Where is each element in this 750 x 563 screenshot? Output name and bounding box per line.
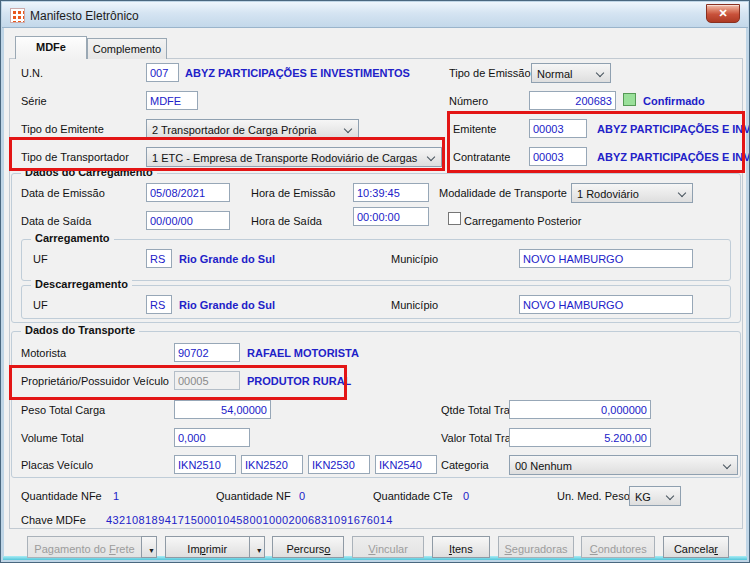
button-bar: Pagamento do Frete ▼ Imprimir ▼ Percurso… [27, 536, 729, 558]
pagamento-frete-label-rest: rete [116, 543, 135, 555]
carregamento-posterior-label: Carregamento Posterior [464, 215, 581, 227]
data-saida-input[interactable] [146, 211, 230, 230]
imprimir-dropdown-button[interactable]: ▼ [249, 536, 265, 558]
titlebar[interactable]: Manifesto Eletrônico [2, 2, 748, 28]
proprietario-label: Proprietário/Possuidor Veículo [21, 375, 169, 387]
qtd-cte-label: Quantidade CTe [373, 490, 453, 502]
volume-total-label: Volume Total [21, 432, 84, 444]
window-title: Manifesto Eletrônico [30, 9, 139, 23]
modalidade-label: Modalidade de Transporte [439, 187, 567, 199]
itens-label-rest: tens [452, 543, 473, 555]
descarregamento-uf-label: UF [33, 299, 48, 311]
valor-total-input[interactable] [509, 428, 651, 447]
dialog-manifesto-eletronico: Manifesto Eletrônico ✕ MDFe Complemento … [0, 0, 750, 563]
modalidade-select[interactable]: 1 Rodoviário [571, 183, 693, 203]
serie-input[interactable] [146, 91, 198, 110]
hora-emissao-input[interactable] [353, 183, 429, 202]
imprimir-button[interactable]: Imprimir [165, 536, 250, 558]
seguradoras-label-rest: eguradoras [512, 543, 568, 555]
numero-input[interactable] [529, 91, 616, 110]
placa-4-input[interactable] [375, 455, 437, 474]
pagamento-frete-accesskey: F [109, 543, 116, 555]
hora-saida-input[interactable] [353, 207, 429, 226]
descarregamento-uf-input[interactable] [146, 295, 172, 314]
condutores-accesskey: C [590, 543, 598, 555]
motorista-label: Motorista [21, 347, 66, 359]
descarregamento-municipio-label: Município [391, 299, 438, 311]
carregamento-uf-label: UF [33, 253, 48, 265]
close-button[interactable]: ✕ [706, 4, 740, 23]
contratante-label: Contratante [453, 151, 510, 163]
numero-label: Número [449, 95, 488, 107]
peso-total-input[interactable] [174, 400, 271, 419]
emitente-input[interactable] [529, 119, 587, 138]
percurso-button[interactable]: Percurso [272, 536, 344, 558]
pagamento-frete-label: Pagamento do [34, 543, 109, 555]
chevron-down-icon [344, 125, 352, 133]
cancelar-accesskey: r [714, 543, 718, 555]
subgroup-descarregamento-title: Descarregamento [31, 278, 132, 290]
descarregamento-municipio-input[interactable] [519, 295, 693, 314]
un-med-peso-select[interactable]: KG [629, 486, 681, 506]
carregamento-uf-input[interactable] [146, 249, 172, 268]
tab-mdfe[interactable]: MDFe [15, 36, 87, 59]
chevron-down-icon [723, 461, 731, 469]
carregamento-posterior-checkbox[interactable] [448, 212, 461, 225]
tab-mdfe-label: MDFe [36, 41, 66, 53]
carregamento-municipio-input[interactable] [519, 249, 693, 268]
tipo-emitente-select[interactable]: 2 Transportador de Carga Própria [146, 119, 359, 139]
placa-1-input[interactable] [174, 455, 236, 474]
un-description: ABYZ PARTICIPAÇÕES E INVESTIMENTOS [185, 67, 410, 79]
placas-label: Placas Veículo [21, 459, 93, 471]
carregamento-municipio-label: Município [391, 253, 438, 265]
un-label: U.N. [21, 67, 43, 79]
confirmado-checkbox[interactable] [623, 93, 636, 106]
descarregamento-uf-description: Rio Grande do Sul [179, 299, 275, 311]
categoria-select[interactable]: 00 Nenhum [509, 455, 738, 475]
chave-mdfe-label: Chave MDFe [21, 514, 86, 526]
itens-button[interactable]: Itens [432, 536, 490, 558]
condutores-label-rest: ondutores [598, 543, 647, 555]
emitente-label: Emitente [453, 123, 496, 135]
cancelar-label: Cancela [674, 543, 714, 555]
pagamento-frete-dropdown-button[interactable]: ▼ [141, 536, 157, 558]
dropdown-arrow-icon: ▼ [148, 547, 155, 554]
dropdown-arrow-icon: ▼ [256, 547, 263, 554]
pagamento-frete-group: Pagamento do Frete ▼ [27, 536, 157, 558]
tipo-transportador-select[interactable]: 1 ETC - Empresa de Transporte Rodoviário… [146, 147, 442, 167]
motorista-description: RAFAEL MOTORISTA [247, 347, 359, 359]
chave-mdfe-value: 4321081894171500010458001000200683109167… [106, 514, 393, 526]
percurso-label: Percurs [286, 543, 324, 555]
placa-2-input[interactable] [241, 455, 303, 474]
imprimir-group: Imprimir ▼ [165, 536, 265, 558]
tipo-emissao-select[interactable]: Normal [531, 63, 611, 83]
un-input[interactable] [146, 63, 179, 82]
seguradoras-accesskey: S [505, 543, 512, 555]
serie-label: Série [21, 95, 47, 107]
qtd-nf-label: Quantidade NF [216, 490, 291, 502]
percurso-accesskey: o [324, 543, 330, 555]
contratante-input[interactable] [529, 147, 587, 166]
volume-total-input[interactable] [174, 428, 250, 447]
qtde-total-input[interactable] [509, 400, 651, 419]
data-emissao-label: Data de Emissão [21, 187, 105, 199]
condutores-button[interactable]: Condutores [581, 536, 655, 558]
vincular-button[interactable]: Vincular [352, 536, 424, 558]
chevron-down-icon [666, 492, 674, 500]
chevron-down-icon [678, 189, 686, 197]
peso-total-label: Peso Total Carga [21, 404, 105, 416]
tipo-emissao-label: Tipo de Emissão [449, 67, 531, 79]
qtd-nfe-label: Quantidade NFe [21, 490, 102, 502]
confirmado-label: Confirmado [643, 95, 705, 107]
seguradoras-button[interactable]: Seguradoras [498, 536, 574, 558]
hora-saida-label: Hora de Saída [251, 215, 322, 227]
data-emissao-input[interactable] [146, 183, 230, 202]
carregamento-uf-description: Rio Grande do Sul [179, 253, 275, 265]
tab-complemento[interactable]: Complemento [87, 38, 167, 59]
motorista-input[interactable] [174, 343, 240, 362]
tipo-transportador-label: Tipo de Transportador [21, 151, 129, 163]
cancelar-button[interactable]: Cancelar [663, 536, 729, 558]
placa-3-input[interactable] [308, 455, 370, 474]
pagamento-frete-button[interactable]: Pagamento do Frete [27, 536, 142, 558]
vincular-label-rest: incular [375, 543, 407, 555]
